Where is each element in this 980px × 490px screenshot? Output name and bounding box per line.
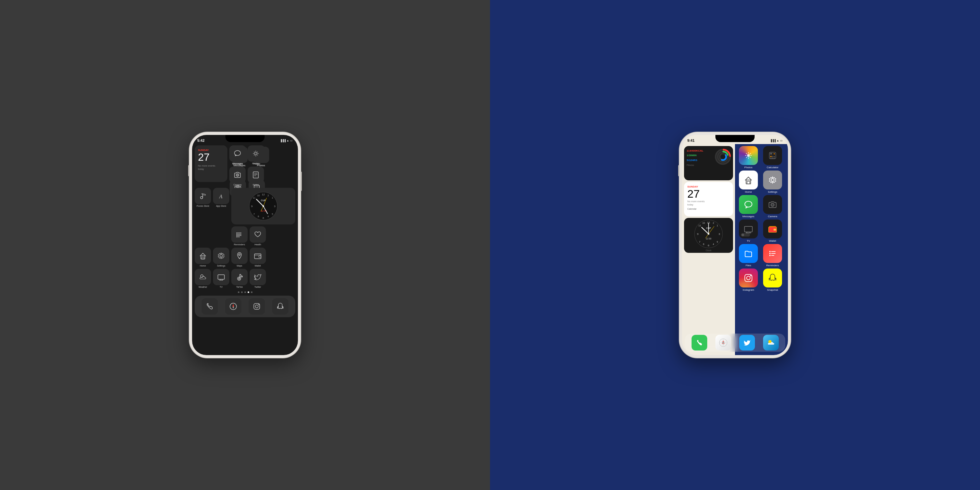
rp-settings[interactable]: Settings [761, 170, 784, 193]
wal-icon [250, 248, 266, 264]
home-svg [199, 251, 207, 260]
rp-reminders[interactable]: Reminders [761, 244, 784, 267]
tv-label: TV [220, 286, 223, 288]
rp-tv-label: TV [747, 239, 750, 242]
svg-line-33 [257, 155, 258, 156]
rp-cam-icon [763, 195, 782, 214]
dock-weather-right[interactable] [763, 335, 779, 350]
battery-icon: ▭ [290, 139, 293, 142]
rp-calculator[interactable]: Calculator [761, 146, 784, 169]
msg-icon [229, 145, 246, 162]
rp-tv[interactable]: TV [737, 220, 760, 242]
rp-snapchat[interactable]: Snapchat [761, 269, 784, 291]
apps-row-a: Messages Photos [229, 145, 264, 165]
compass-svg [229, 302, 237, 311]
svg-point-154 [747, 276, 750, 280]
rp-photos-label: Photos [745, 166, 752, 169]
reminders-rp-svg [768, 248, 778, 258]
signal-icon: ▐▐▐ [280, 139, 285, 142]
itunes-icon [195, 188, 211, 204]
svg-line-35 [254, 155, 255, 156]
right-phone-screen-outer: 9:41 ▐▐▐ ▲ ▭ [682, 135, 788, 355]
rp-instagram[interactable]: Instagram [737, 269, 760, 291]
svg-rect-133 [746, 180, 751, 184]
pho-label: Photos [252, 162, 259, 165]
svg-point-127 [773, 156, 775, 157]
rp-row4: TV [737, 220, 786, 242]
dock-instagram[interactable] [248, 298, 265, 315]
clock-widget-light-panel[interactable]: 12 3 6 9 11 1 7 5 10 2 8 4 CUP [684, 218, 733, 253]
svg-point-137 [771, 203, 774, 207]
wallet-app[interactable]: Wallet [250, 248, 266, 267]
complete-layout: SUNDAY 27 No more eventstoday M [195, 145, 295, 317]
svg-rect-75 [202, 257, 204, 259]
svg-text:A: A [219, 194, 223, 199]
dock-phone[interactable] [202, 298, 218, 315]
dock-twitter-icon [739, 335, 755, 350]
pho-app[interactable]: Photos [248, 145, 264, 165]
rp-wallet[interactable]: Wallet [761, 220, 784, 242]
appstore-app[interactable]: A App Store [213, 188, 229, 224]
rp-settings-icon [763, 170, 782, 189]
dock-safari-right[interactable] [715, 335, 731, 350]
dock-twitter-right[interactable] [739, 335, 755, 350]
right-panel-apps: Photos [735, 144, 788, 355]
map-icon [231, 248, 248, 264]
dot-3 [244, 291, 246, 293]
dot-1 [238, 291, 239, 293]
weather-app[interactable]: Weather [195, 269, 211, 288]
clock-light-svg: 12 3 6 9 11 1 7 5 10 2 8 4 CUP [694, 219, 723, 248]
twitter-app[interactable]: Twitter [250, 269, 266, 288]
tv-rp-svg [743, 224, 753, 234]
clock-svg: 12 3 6 9 11 1 7 5 10 2 8 [248, 191, 278, 221]
settings-app[interactable]: Settings [213, 248, 229, 267]
dock-snapchat[interactable] [272, 298, 288, 315]
rp-camera[interactable]: Camera [761, 195, 784, 218]
safari-svg [719, 338, 728, 347]
svg-line-119 [746, 153, 747, 154]
health-app[interactable]: Health [250, 226, 266, 246]
dock-phone-right[interactable] [692, 335, 707, 350]
itunes-app[interactable]: iTunes Store [195, 188, 211, 224]
svg-point-36 [236, 174, 239, 177]
row3: Home Settings Maps [195, 248, 295, 267]
msg-label: Messages [232, 162, 243, 165]
tv-svg [217, 273, 225, 281]
map-svg [235, 251, 244, 260]
clock-widget-dark[interactable]: 12 3 6 9 11 1 7 5 10 2 8 [231, 188, 295, 224]
not-icon [248, 167, 264, 183]
svg-line-32 [254, 152, 255, 153]
svg-line-122 [746, 157, 747, 158]
svg-text:10: 10 [257, 194, 260, 197]
svg-point-80 [200, 275, 203, 277]
msg-app[interactable]: Messages [229, 145, 246, 165]
cam-app[interactable]: Camera [229, 167, 246, 186]
rp-messages[interactable]: Messages [737, 195, 760, 218]
set-svg [217, 251, 225, 260]
maps-app[interactable]: Maps [231, 248, 248, 267]
calendar-widget-light[interactable]: SUNDAY 27 No more eventstoday Calendar [684, 182, 733, 216]
svg-point-77 [239, 254, 240, 255]
rp-settings-label: Settings [768, 191, 778, 193]
rp-snap-label: Snapchat [767, 288, 778, 291]
svg-point-87 [258, 304, 259, 305]
svg-point-128 [770, 158, 772, 159]
tiktok-app[interactable]: TikTok [231, 269, 248, 288]
tv-app[interactable]: TV [213, 269, 229, 288]
fitness-widget[interactable]: 114/400KCAL 1/30MIN 5/12HRS Fitness [684, 146, 733, 180]
dock-compass[interactable] [225, 298, 242, 315]
svg-text:2: 2 [267, 194, 269, 197]
svg-point-76 [220, 255, 223, 257]
rp-row3: Messages Camera [737, 195, 786, 218]
dock-phone-icon [202, 298, 218, 315]
rp-photos[interactable]: Photos [737, 146, 760, 169]
rp-photos-svg [744, 151, 753, 160]
reminders-app[interactable]: Reminders [231, 226, 248, 246]
not-app[interactable]: Notes [248, 167, 264, 186]
svg-rect-78 [255, 254, 261, 259]
rp-files[interactable]: Files [737, 244, 760, 267]
calendar-dark-widget[interactable]: SUNDAY 27 No more eventstoday [195, 145, 228, 182]
rp-home[interactable]: Home [737, 170, 760, 193]
home-app[interactable]: Home [195, 248, 211, 267]
twi-svg [253, 273, 262, 281]
